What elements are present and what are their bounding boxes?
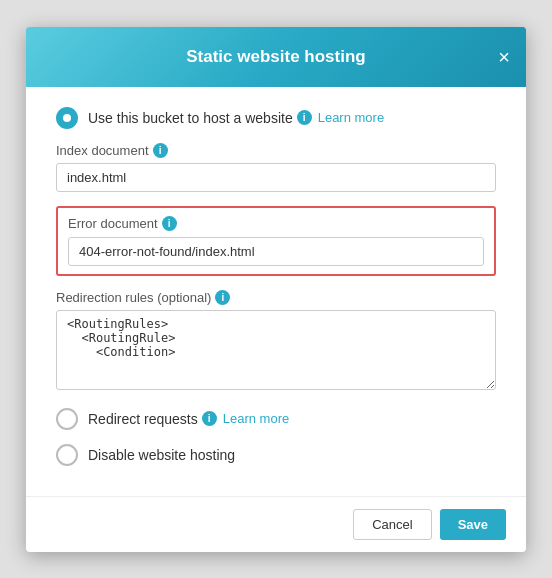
error-doc-label: Error document i <box>68 216 484 231</box>
modal-body: Use this bucket to host a website i Lear… <box>26 87 526 496</box>
use-bucket-radio[interactable] <box>56 107 78 129</box>
cancel-button[interactable]: Cancel <box>353 509 431 540</box>
modal: Static website hosting × Use this bucket… <box>26 27 526 552</box>
index-doc-input[interactable] <box>56 163 496 192</box>
close-button[interactable]: × <box>498 47 510 67</box>
use-bucket-option[interactable]: Use this bucket to host a website i Lear… <box>56 107 496 129</box>
error-doc-input[interactable] <box>68 237 484 266</box>
error-doc-info-icon[interactable]: i <box>162 216 177 231</box>
learn-more-link-2[interactable]: Learn more <box>223 411 289 426</box>
redirect-requests-radio[interactable] <box>56 408 78 430</box>
modal-footer: Cancel Save <box>26 496 526 552</box>
use-bucket-label: Use this bucket to host a website <box>88 110 293 126</box>
disable-hosting-option[interactable]: Disable website hosting <box>56 444 496 466</box>
redirect-requests-option[interactable]: Redirect requests i Learn more <box>56 408 496 430</box>
redirection-rules-input[interactable]: <RoutingRules> <RoutingRule> <Condition> <box>56 310 496 390</box>
disable-hosting-radio[interactable] <box>56 444 78 466</box>
learn-more-link-1[interactable]: Learn more <box>318 110 384 125</box>
redirection-rules-info-icon[interactable]: i <box>215 290 230 305</box>
save-button[interactable]: Save <box>440 509 506 540</box>
index-doc-section: Index document i <box>56 143 496 192</box>
redirect-requests-info-icon[interactable]: i <box>202 411 217 426</box>
use-bucket-info-icon[interactable]: i <box>297 110 312 125</box>
redirection-rules-section: Redirection rules (optional) i <RoutingR… <box>56 290 496 394</box>
error-doc-section: Error document i <box>56 206 496 276</box>
modal-wrapper: Static website hosting × Use this bucket… <box>0 0 552 578</box>
index-doc-label: Index document i <box>56 143 496 158</box>
redirection-rules-label: Redirection rules (optional) i <box>56 290 496 305</box>
redirect-requests-label: Redirect requests <box>88 411 198 427</box>
disable-hosting-label: Disable website hosting <box>88 447 235 463</box>
modal-title: Static website hosting <box>186 47 365 67</box>
modal-header: Static website hosting × <box>26 27 526 87</box>
index-doc-info-icon[interactable]: i <box>153 143 168 158</box>
